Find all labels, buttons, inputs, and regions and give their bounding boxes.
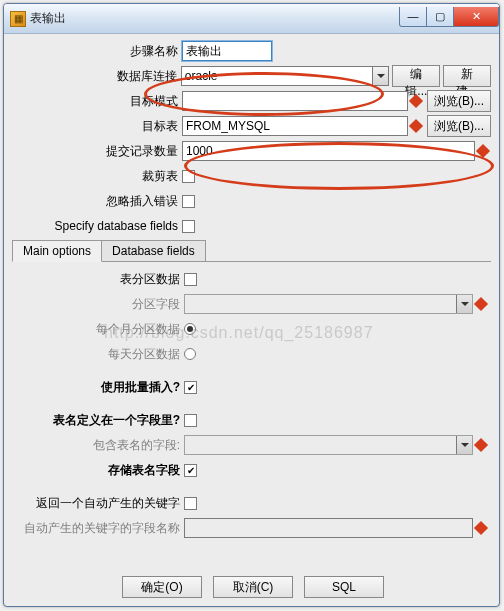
use-batch-checkbox[interactable]: ✔ [184,381,197,394]
diamond-icon [474,521,488,535]
autokey-field-input [184,518,473,538]
label-db-connection: 数据库连接 [12,68,181,85]
new-connection-button[interactable]: 新建... [443,65,491,87]
ok-button[interactable]: 确定(O) [122,576,202,598]
edit-connection-button[interactable]: 编辑... [392,65,440,87]
label-use-batch: 使用批量插入? [14,379,184,396]
partition-monthly-radio [184,323,196,335]
partition-field-combo [184,294,473,314]
diamond-icon [476,144,490,158]
footer-buttons: 确定(O) 取消(C) SQL [4,570,499,606]
target-table-input[interactable] [182,116,408,136]
label-tablename-in-field: 表名定义在一个字段里? [14,412,184,429]
truncate-checkbox[interactable] [182,170,195,183]
tablename-in-field-checkbox[interactable] [184,414,197,427]
label-target-schema: 目标模式 [12,93,182,110]
label-step-name: 步骤名称 [12,43,182,60]
step-name-input[interactable] [182,41,272,61]
chevron-down-icon[interactable] [372,67,388,85]
sql-button[interactable]: SQL [304,576,384,598]
dialog-window: ▦ 表输出 — ▢ ✕ 步骤名称 数据库连接 oracle 编辑... 新建..… [3,3,500,607]
target-schema-input[interactable] [182,91,408,111]
diamond-icon [474,297,488,311]
content-area: 步骤名称 数据库连接 oracle 编辑... 新建... 目标模式 浏览(B)… [4,34,499,570]
cancel-button[interactable]: 取消(C) [213,576,293,598]
diamond-icon [474,438,488,452]
label-truncate: 裁剪表 [12,168,182,185]
commit-size-input[interactable] [182,141,475,161]
browse-table-button[interactable]: 浏览(B)... [427,115,491,137]
tab-main-body: 表分区数据 分区字段 每个月分区数据 每天分区数据 使用批量插入? [12,262,491,544]
db-connection-combo[interactable]: oracle [181,66,390,86]
label-autokey-field: 自动产生的关键字的字段名称 [14,520,184,537]
label-partition-field: 分区字段 [14,296,184,313]
label-ignore-errors: 忽略插入错误 [12,193,182,210]
diamond-icon [409,119,423,133]
tab-strip: Main options Database fields [12,240,491,262]
browse-schema-button[interactable]: 浏览(B)... [427,90,491,112]
tablename-field-combo [184,435,473,455]
label-partition-monthly: 每个月分区数据 [14,321,184,338]
chevron-down-icon [456,295,472,313]
label-partition-data: 表分区数据 [14,271,184,288]
label-commit-size: 提交记录数量 [12,143,182,160]
label-target-table: 目标表 [12,118,182,135]
tab-main-options[interactable]: Main options [12,240,102,262]
window-title: 表输出 [30,10,66,27]
chevron-down-icon [456,436,472,454]
partition-daily-radio [184,348,196,360]
label-return-autokey: 返回一个自动产生的关键字 [14,495,184,512]
label-specify-fields: Specify database fields [12,219,182,233]
label-partition-daily: 每天分区数据 [14,346,184,363]
specify-fields-checkbox[interactable] [182,220,195,233]
return-autokey-checkbox[interactable] [184,497,197,510]
label-store-tablename: 存储表名字段 [14,462,184,479]
minimize-button[interactable]: — [399,7,427,27]
maximize-button[interactable]: ▢ [426,7,454,27]
store-tablename-checkbox[interactable]: ✔ [184,464,197,477]
titlebar[interactable]: ▦ 表输出 — ▢ ✕ [4,4,499,34]
tab-database-fields[interactable]: Database fields [101,240,206,261]
label-tablename-field: 包含表名的字段: [14,437,184,454]
close-button[interactable]: ✕ [453,7,499,27]
app-icon: ▦ [10,11,26,27]
ignore-errors-checkbox[interactable] [182,195,195,208]
partition-data-checkbox[interactable] [184,273,197,286]
